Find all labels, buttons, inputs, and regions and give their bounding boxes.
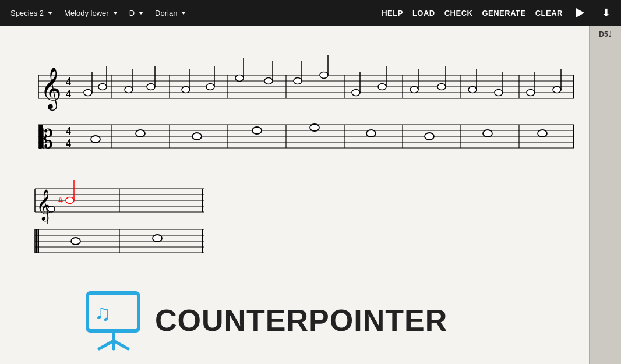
treble-staff-lines: [38, 75, 574, 98]
note-treble-9a[interactable]: [527, 90, 535, 96]
note-bass-6[interactable]: [366, 130, 376, 137]
note-small-bass-2[interactable]: [153, 235, 162, 242]
note-small-treble-1[interactable]: [66, 197, 74, 204]
svg-text:4: 4: [66, 125, 71, 137]
svg-text:♫: ♫: [94, 301, 111, 325]
logo-icon-svg: ♫: [82, 288, 146, 352]
note-bass-2[interactable]: [136, 130, 145, 137]
svg-text:4: 4: [66, 137, 71, 149]
bass-staff-lines: [38, 125, 574, 148]
mode-label: Dorian: [155, 9, 177, 17]
sidebar: D5♩: [589, 26, 621, 364]
check-button[interactable]: CHECK: [444, 9, 473, 17]
note-treble-7b[interactable]: [437, 84, 446, 90]
main-content: 𝄞 4 4: [0, 26, 589, 364]
note-treble-1a[interactable]: [84, 90, 92, 96]
upper-score: 𝄞 4 4: [12, 31, 577, 165]
clear-button[interactable]: CLEAR: [535, 9, 563, 17]
note-bass-4[interactable]: [252, 127, 262, 134]
note-treble-6b[interactable]: [378, 84, 386, 90]
mode-dropdown[interactable]: Dorian: [151, 6, 189, 20]
download-icon: ⬇: [602, 8, 611, 18]
help-button[interactable]: HELP: [382, 9, 403, 17]
note-treble-5b[interactable]: [320, 72, 328, 79]
species-dropdown[interactable]: Species 2: [7, 6, 56, 20]
note-treble-3b[interactable]: [206, 84, 214, 90]
generate-button[interactable]: GENERATE: [482, 9, 525, 17]
svg-line-78: [114, 341, 128, 349]
species-caret-icon: [48, 12, 52, 15]
svg-rect-73: [38, 229, 40, 253]
mode-caret-icon: [181, 12, 186, 15]
note-treble-2a[interactable]: [125, 87, 133, 93]
note-treble-1b[interactable]: [98, 84, 107, 90]
logo-text: COUNTERPOINTER: [155, 303, 447, 338]
note-bass-7[interactable]: [425, 133, 434, 140]
svg-text:4: 4: [66, 88, 71, 100]
sidebar-note-label: D5♩: [599, 30, 611, 38]
species-label: Species 2: [10, 9, 44, 17]
load-button[interactable]: LOAD: [412, 9, 435, 17]
note-treble-8a[interactable]: [468, 87, 477, 93]
key-label: D: [129, 9, 135, 17]
nav-actions: HELP LOAD CHECK GENERATE CLEAR ⬇: [382, 5, 614, 21]
note-small-treble-pre[interactable]: [48, 206, 55, 212]
play-button[interactable]: [572, 5, 588, 21]
sharp-sign: #: [58, 195, 63, 205]
svg-text:4: 4: [66, 76, 71, 87]
note-bass-5[interactable]: [310, 124, 319, 131]
treble-clef-small: 𝄞: [36, 189, 52, 222]
note-treble-6a[interactable]: [352, 90, 360, 96]
lower-score: 𝄞 #: [12, 171, 207, 264]
svg-line-77: [99, 341, 114, 349]
note-treble-4b[interactable]: [264, 78, 273, 84]
note-treble-9b[interactable]: [553, 87, 561, 93]
navbar: Species 2 Melody lower D Dorian HELP LOA…: [0, 0, 621, 26]
bass-clef-symbol: 𝄡: [39, 125, 54, 154]
note-treble-8b[interactable]: [495, 90, 503, 96]
key-caret-icon: [139, 12, 143, 15]
treble-clef-symbol: 𝄞: [40, 68, 62, 111]
lower-staff-svg: 𝄞 #: [12, 171, 207, 264]
svg-rect-50: [39, 125, 41, 148]
play-icon: [576, 8, 584, 17]
logo-area: ♫ COUNTERPOINTER: [82, 288, 447, 352]
note-bass-1[interactable]: [91, 136, 100, 143]
note-treble-5a[interactable]: [294, 78, 302, 84]
upper-staff-svg: 𝄞 4 4: [12, 31, 577, 165]
note-treble-4a[interactable]: [235, 75, 244, 82]
melody-label: Melody lower: [64, 9, 109, 17]
download-button[interactable]: ⬇: [598, 5, 614, 21]
note-treble-3a[interactable]: [182, 87, 190, 93]
note-small-bass-1[interactable]: [71, 238, 80, 245]
svg-rect-51: [41, 125, 43, 148]
melody-dropdown[interactable]: Melody lower: [61, 6, 121, 20]
note-bass-9[interactable]: [538, 130, 547, 137]
note-bass-8[interactable]: [483, 130, 492, 137]
note-treble-7a[interactable]: [410, 87, 418, 93]
key-dropdown[interactable]: D: [126, 6, 147, 20]
svg-rect-72: [36, 229, 37, 253]
note-bass-3[interactable]: [192, 133, 202, 140]
note-treble-2b[interactable]: [147, 84, 155, 90]
melody-caret-icon: [113, 12, 118, 15]
